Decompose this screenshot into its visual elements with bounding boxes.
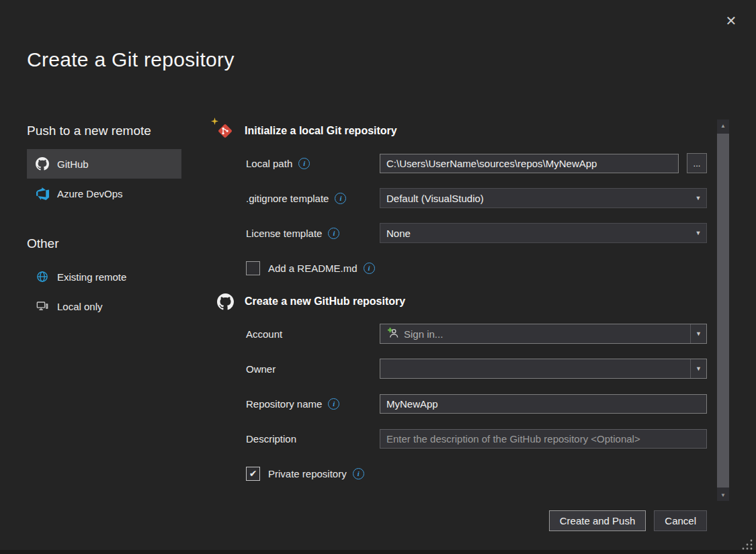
azure-devops-icon — [36, 187, 49, 200]
footer: Create and Push Cancel — [549, 510, 707, 531]
chevron-down-icon: ▼ — [690, 359, 706, 378]
scrollbar-down-button[interactable]: ▼ — [717, 489, 729, 501]
cancel-button[interactable]: Cancel — [654, 510, 707, 531]
repository-name-label: Repository name — [246, 398, 322, 410]
create-and-push-button[interactable]: Create and Push — [549, 510, 646, 531]
init-local-repo-section: Initialize a local Git repository Local … — [216, 122, 707, 278]
monitor-icon — [36, 299, 49, 313]
info-icon[interactable]: i — [328, 398, 339, 410]
push-section-title: Push to a new remote — [27, 124, 181, 138]
other-section-title: Other — [27, 236, 181, 251]
license-template-value: None — [386, 228, 411, 239]
readme-checkbox[interactable] — [246, 261, 260, 275]
main-panel: Initialize a local Git repository Local … — [216, 122, 707, 498]
description-row: Description — [246, 428, 707, 449]
create-github-repo-section: Create a new GitHub repository Account — [216, 293, 707, 483]
info-icon[interactable]: i — [364, 263, 375, 274]
repository-name-row: Repository name i — [246, 394, 707, 414]
gitignore-template-row: .gitignore template i Default (VisualStu… — [246, 188, 707, 208]
local-path-label: Local path — [246, 158, 292, 169]
sidebar-item-github[interactable]: GitHub — [27, 149, 181, 179]
init-section-title: Initialize a local Git repository — [245, 125, 397, 137]
license-template-row: License template i None ▼ — [246, 223, 707, 243]
github-mark-icon — [216, 293, 234, 310]
readme-label: Add a README.md — [268, 263, 358, 274]
info-icon[interactable]: i — [298, 158, 310, 169]
scrollbar-up-button[interactable]: ▲ — [717, 120, 729, 132]
info-icon[interactable]: i — [353, 468, 364, 479]
chevron-down-icon: ▼ — [690, 324, 706, 343]
info-icon[interactable]: i — [328, 228, 339, 239]
gitignore-template-value: Default (VisualStudio) — [386, 193, 484, 204]
chevron-down-icon: ▼ — [690, 189, 706, 207]
owner-select[interactable]: ▼ — [380, 359, 707, 379]
description-input[interactable] — [380, 429, 707, 449]
license-template-label: License template — [246, 228, 322, 239]
resize-grip[interactable] — [741, 538, 754, 551]
account-label: Account — [246, 328, 282, 340]
scrollbar-thumb[interactable] — [717, 134, 729, 488]
git-repository-icon — [216, 122, 234, 140]
sidebar-item-label: GitHub — [57, 158, 89, 170]
private-repository-label: Private repository — [268, 468, 347, 479]
sidebar-item-local-only[interactable]: Local only — [27, 291, 181, 321]
sign-in-user-icon — [386, 327, 398, 341]
private-repository-checkbox[interactable]: ✔ — [246, 467, 260, 481]
github-icon — [36, 157, 49, 171]
owner-row: Owner ▼ — [246, 359, 707, 379]
local-path-input[interactable] — [380, 154, 679, 173]
scrollbar[interactable]: ▲ ▼ — [717, 120, 729, 501]
checkmark-icon: ✔ — [249, 468, 257, 479]
sidebar-item-label: Existing remote — [57, 271, 126, 283]
description-label: Description — [246, 433, 296, 445]
readme-row: Add a README.md i — [246, 258, 707, 278]
browse-button[interactable]: ... — [687, 153, 707, 173]
account-select[interactable]: Sign in... ▼ — [380, 324, 707, 344]
close-button[interactable]: ✕ — [720, 9, 743, 32]
close-icon: ✕ — [726, 13, 737, 29]
account-row: Account Sign in... ▼ — [246, 324, 707, 344]
sidebar-item-azure-devops[interactable]: Azure DevOps — [27, 179, 181, 208]
github-section-title: Create a new GitHub repository — [245, 295, 405, 308]
sidebar-item-existing-remote[interactable]: Existing remote — [27, 262, 181, 291]
local-path-row: Local path i ... — [246, 153, 707, 173]
chevron-down-icon: ▼ — [690, 224, 706, 242]
sidebar-item-label: Local only — [57, 301, 103, 312]
sidebar-item-label: Azure DevOps — [57, 188, 123, 199]
globe-icon — [36, 270, 49, 283]
sparkle-icon — [211, 118, 218, 125]
owner-label: Owner — [246, 363, 276, 375]
page-title: Create a Git repository — [27, 48, 235, 71]
account-placeholder: Sign in... — [404, 328, 443, 340]
info-icon[interactable]: i — [335, 193, 346, 204]
private-repository-row: ✔ Private repository i — [246, 463, 707, 483]
gitignore-template-label: .gitignore template — [246, 193, 329, 204]
create-git-repository-dialog: ✕ Create a Git repository Push to a new … — [0, 0, 756, 554]
gitignore-template-select[interactable]: Default (VisualStudio) ▼ — [380, 188, 707, 208]
license-template-select[interactable]: None ▼ — [380, 223, 707, 243]
status-bar — [0, 550, 756, 554]
repository-name-input[interactable] — [380, 394, 707, 414]
sidebar: Push to a new remote GitHub Azure DevOps… — [27, 124, 181, 321]
